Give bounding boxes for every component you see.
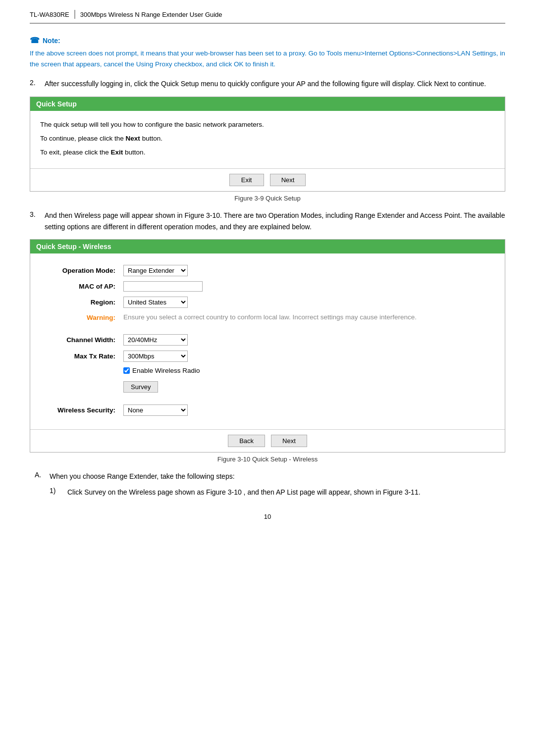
alpha-a-text: When you choose Range Extender, take the… bbox=[50, 471, 235, 482]
item-2-number: 2. bbox=[30, 78, 45, 87]
figure-9-caption: Figure 3-9 Quick Setup bbox=[30, 195, 505, 202]
wireless-security-label: Wireless Security: bbox=[40, 402, 119, 418]
sub-list: 1) Click Survey on the Wireless page sho… bbox=[50, 487, 505, 498]
qs-line2-bold: Next bbox=[126, 135, 140, 142]
mac-ap-value bbox=[119, 279, 495, 294]
qs-line1: The quick setup will tell you how to con… bbox=[40, 120, 495, 130]
row-region: Region: United States bbox=[40, 294, 495, 310]
header-divider bbox=[74, 10, 75, 19]
quick-setup-header: Quick Setup bbox=[30, 97, 505, 111]
header-title: 300Mbps Wireless N Range Extender User G… bbox=[80, 11, 222, 18]
warning-text: Ensure you select a correct country to c… bbox=[119, 310, 495, 325]
wireless-panel-body: Operation Mode: Range Extender Access Po… bbox=[30, 253, 505, 429]
row-max-tx: Max Tx Rate: 300Mbps 150Mbps bbox=[40, 348, 495, 364]
row-survey: Survey bbox=[40, 377, 495, 395]
item-2: 2. After successfully logging in, click … bbox=[30, 78, 505, 89]
qs-line3-bold: Exit bbox=[111, 149, 123, 156]
region-value: United States bbox=[119, 294, 495, 310]
wireless-panel-header: Quick Setup - Wireless bbox=[30, 240, 505, 253]
enable-wireless-value: Enable Wireless Radio bbox=[119, 364, 495, 377]
sub-item-1: 1) Click Survey on the Wireless page sho… bbox=[50, 487, 505, 498]
qs-line2-prefix: To continue, please click the bbox=[40, 135, 126, 142]
note-label: ☎ Note: bbox=[30, 36, 505, 45]
mac-ap-input[interactable] bbox=[123, 281, 203, 292]
wireless-back-button[interactable]: Back bbox=[228, 435, 265, 447]
operation-mode-value: Range Extender Access Point bbox=[119, 262, 495, 279]
warning-label: Warning: bbox=[40, 310, 119, 325]
operation-mode-select[interactable]: Range Extender Access Point bbox=[123, 265, 188, 276]
qs-line2: To continue, please click the Next butto… bbox=[40, 134, 495, 144]
enable-wireless-checkbox-label[interactable]: Enable Wireless Radio bbox=[123, 367, 491, 374]
channel-width-value: 20/40MHz 20MHz bbox=[119, 332, 495, 348]
wireless-panel: Quick Setup - Wireless Operation Mode: R… bbox=[30, 239, 505, 453]
header-model: TL-WA830RE bbox=[30, 11, 69, 18]
qs-line3-suffix: button. bbox=[123, 149, 145, 156]
item-3-text: And then Wireless page will appear shown… bbox=[45, 210, 505, 232]
wireless-security-select[interactable]: None WPA/WPA2 WEP bbox=[123, 404, 188, 416]
separator-row2 bbox=[40, 395, 495, 402]
max-tx-value: 300Mbps 150Mbps bbox=[119, 348, 495, 364]
row-wireless-security: Wireless Security: None WPA/WPA2 WEP bbox=[40, 402, 495, 418]
qs-next-button[interactable]: Next bbox=[270, 174, 306, 186]
region-select[interactable]: United States bbox=[123, 297, 188, 308]
alpha-list: A. When you choose Range Extender, take … bbox=[35, 471, 505, 498]
row-channel-width: Channel Width: 20/40MHz 20MHz bbox=[40, 332, 495, 348]
enable-wireless-checkbox[interactable] bbox=[123, 367, 130, 374]
sub-item-1-label: 1) bbox=[50, 487, 67, 495]
figure-10-caption: Figure 3-10 Quick Setup - Wireless bbox=[30, 455, 505, 463]
item-2-text: After successfully logging in, click the… bbox=[45, 78, 505, 89]
quick-setup-panel: Quick Setup The quick setup will tell yo… bbox=[30, 97, 505, 192]
sub-item-1-text: Click Survey on the Wireless page shown … bbox=[67, 487, 421, 498]
note-text: If the above screen does not prompt, it … bbox=[30, 48, 505, 69]
channel-width-select[interactable]: 20/40MHz 20MHz bbox=[123, 334, 188, 346]
qs-exit-button[interactable]: Exit bbox=[229, 174, 264, 186]
page-number: 10 bbox=[30, 513, 505, 520]
item-3: 3. And then Wireless page will appear sh… bbox=[30, 210, 505, 232]
wireless-panel-footer: Back Next bbox=[30, 429, 505, 452]
quick-setup-footer: Exit Next bbox=[30, 168, 505, 191]
enable-wireless-label-cell bbox=[40, 364, 119, 377]
note-icon: ☎ bbox=[30, 36, 40, 45]
qs-line3: To exit, please click the Exit button. bbox=[40, 148, 495, 157]
row-mac-ap: MAC of AP: bbox=[40, 279, 495, 294]
row-warning: Warning: Ensure you select a correct cou… bbox=[40, 310, 495, 325]
wireless-form-table: Operation Mode: Range Extender Access Po… bbox=[40, 262, 495, 418]
quick-setup-body: The quick setup will tell you how to con… bbox=[30, 111, 505, 169]
survey-value: Survey bbox=[119, 377, 495, 395]
max-tx-select[interactable]: 300Mbps 150Mbps bbox=[123, 351, 188, 362]
max-tx-label: Max Tx Rate: bbox=[40, 348, 119, 364]
enable-wireless-text: Enable Wireless Radio bbox=[132, 367, 200, 374]
item-3-number: 3. bbox=[30, 210, 45, 218]
region-label: Region: bbox=[40, 294, 119, 310]
page-wrapper: TL-WA830RE 300Mbps Wireless N Range Exte… bbox=[0, 0, 535, 756]
mac-ap-label: MAC of AP: bbox=[40, 279, 119, 294]
alpha-a-label: A. bbox=[35, 471, 50, 479]
page-header: TL-WA830RE 300Mbps Wireless N Range Exte… bbox=[30, 10, 505, 24]
alpha-item-a: A. When you choose Range Extender, take … bbox=[35, 471, 505, 482]
qs-line3-prefix: To exit, please click the bbox=[40, 149, 111, 156]
channel-width-label: Channel Width: bbox=[40, 332, 119, 348]
qs-line2-suffix: button. bbox=[140, 135, 162, 142]
survey-label-cell bbox=[40, 377, 119, 395]
note-section: ☎ Note: If the above screen does not pro… bbox=[30, 36, 505, 69]
separator-row bbox=[40, 325, 495, 332]
operation-mode-label: Operation Mode: bbox=[40, 262, 119, 279]
survey-button[interactable]: Survey bbox=[123, 381, 158, 393]
wireless-next-button[interactable]: Next bbox=[271, 435, 307, 447]
row-enable-wireless: Enable Wireless Radio bbox=[40, 364, 495, 377]
wireless-security-value: None WPA/WPA2 WEP bbox=[119, 402, 495, 418]
row-operation-mode: Operation Mode: Range Extender Access Po… bbox=[40, 262, 495, 279]
